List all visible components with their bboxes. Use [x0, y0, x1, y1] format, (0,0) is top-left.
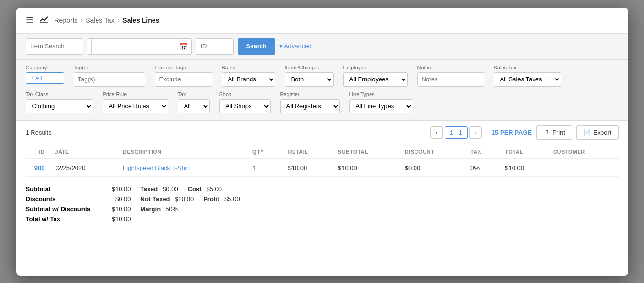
reports-nav-icon: [39, 14, 49, 26]
top-bar: ☰ Reports › Sales Tax › Sales Lines: [16, 8, 628, 34]
filters-section: Category + All Tag(s) Exclude Tags Brand…: [16, 60, 628, 121]
row-subtotal: $10.00: [333, 159, 400, 177]
register-filter: Register All Registers: [280, 91, 340, 113]
table-body: 900 02/25/2020 Lightspeed Black T-Shirt …: [26, 159, 619, 177]
col-subtotal: SUBTOTAL: [333, 145, 400, 159]
breadcrumb-sales-tax[interactable]: Sales Tax: [86, 16, 114, 24]
date-range-input[interactable]: 2020-02-25 to 2020-02-25: [91, 38, 177, 55]
employee-label: Employee: [343, 65, 408, 70]
search-button[interactable]: Search: [238, 38, 275, 55]
brand-filter: Brand All Brands: [222, 65, 275, 87]
items-charges-label: Items/Charges: [285, 65, 334, 70]
breadcrumb-reports[interactable]: Reports: [55, 16, 78, 24]
results-bar: 1 Results ‹ 1 - 1 › 15 PER PAGE 🖨 Print …: [16, 121, 628, 145]
taxed-value: $0.00: [163, 185, 178, 192]
items-charges-select[interactable]: Both Items Charges: [285, 72, 334, 87]
calendar-icon: 📅: [179, 43, 187, 50]
action-buttons: 🖨 Print 📄 Export: [536, 125, 618, 140]
category-filter: Category + All: [26, 65, 64, 84]
hamburger-icon[interactable]: ☰: [26, 15, 33, 25]
total-tax-label: Total w/ Tax: [26, 215, 98, 223]
next-page-button[interactable]: ›: [469, 126, 482, 139]
col-date: DATE: [50, 145, 119, 159]
col-id: ID: [26, 145, 50, 159]
register-label: Register: [280, 91, 340, 97]
item-search-input[interactable]: [26, 38, 83, 55]
profit-label: Profit: [203, 195, 219, 203]
date-range-input-wrap: 2020-02-25 to 2020-02-25 📅: [87, 38, 192, 55]
table-row: 900 02/25/2020 Lightspeed Black T-Shirt …: [26, 159, 619, 177]
row-total: $10.00: [500, 159, 548, 177]
profit-value: $5.00: [224, 195, 240, 203]
col-total: TOTAL: [500, 145, 548, 159]
sales-tax-select[interactable]: All Sales Taxes: [494, 72, 561, 87]
id-input[interactable]: [196, 38, 234, 55]
items-charges-filter: Items/Charges Both Items Charges: [285, 65, 334, 87]
price-rule-filter: Price Rule All Price Rules: [103, 91, 168, 113]
line-types-select[interactable]: All Line Types: [349, 99, 413, 113]
subtotal-value: $10.00: [102, 185, 131, 192]
col-description: DESCRIPTION: [118, 145, 248, 159]
brand-select[interactable]: All Brands: [222, 72, 275, 87]
exclude-input[interactable]: [155, 72, 212, 87]
category-label: Category: [26, 65, 64, 70]
tax-class-filter: Tax Class Clothing All Tax Classes: [26, 91, 93, 113]
pagination: ‹ 1 - 1 ›: [430, 126, 482, 139]
row-description[interactable]: Lightspeed Black T-Shirt: [118, 159, 248, 177]
margin-label: Margin: [141, 205, 161, 213]
line-types-filter: Line Types All Line Types: [349, 91, 413, 113]
advanced-button[interactable]: ▾ Advanced: [279, 43, 312, 50]
discounts-label: Discounts: [26, 195, 98, 203]
print-button[interactable]: 🖨 Print: [536, 125, 572, 140]
chevron-down-icon: ▾: [279, 43, 283, 50]
printer-icon: 🖨: [544, 129, 550, 136]
shop-label: Shop: [219, 91, 271, 97]
col-discount: DISCOUNT: [400, 145, 466, 159]
exclude-tags-label: Exclude Tags: [155, 65, 212, 70]
breadcrumb-current: Sales Lines: [122, 16, 159, 24]
col-customer: CUSTOMER: [548, 145, 618, 159]
data-table: ID DATE DESCRIPTION QTY RETAIL SUBTOTAL …: [26, 145, 619, 177]
margin-value: 50%: [165, 205, 178, 213]
tax-select[interactable]: All: [178, 99, 210, 113]
subtotal-discounts-label: Subtotal w/ Discounts: [26, 205, 98, 213]
employee-select[interactable]: All Employees: [343, 72, 408, 87]
notes-input[interactable]: [417, 72, 484, 87]
register-select[interactable]: All Registers: [280, 99, 340, 113]
filter-row-1: Category + All Tag(s) Exclude Tags Brand…: [26, 65, 619, 87]
col-qty: QTY: [248, 145, 283, 159]
col-tax: TAX: [466, 145, 500, 159]
export-button[interactable]: 📄 Export: [576, 125, 619, 140]
row-date: 02/25/2020: [50, 159, 119, 177]
tax-class-label: Tax Class: [26, 91, 93, 97]
row-id[interactable]: 900: [26, 159, 50, 177]
col-retail: RETAIL: [284, 145, 333, 159]
shop-select[interactable]: All Shops: [219, 99, 271, 113]
subtotal-label: Subtotal: [26, 185, 98, 192]
table-header: ID DATE DESCRIPTION QTY RETAIL SUBTOTAL …: [26, 145, 619, 159]
tags-filter: Tag(s): [74, 65, 145, 87]
brand-label: Brand: [222, 65, 275, 70]
not-taxed-label: Not Taxed: [141, 195, 170, 203]
exclude-tags-filter: Exclude Tags: [155, 65, 212, 87]
not-taxed-value: $10.00: [175, 195, 194, 203]
filter-row-2: Tax Class Clothing All Tax Classes Price…: [26, 91, 619, 113]
tax-filter: Tax All: [178, 91, 210, 113]
tax-label: Tax: [178, 91, 210, 97]
line-types-label: Line Types: [349, 91, 413, 97]
cost-label: Cost: [188, 185, 202, 192]
shop-filter: Shop All Shops: [219, 91, 271, 113]
notes-filter: Notes: [417, 65, 484, 87]
per-page-link[interactable]: 15 PER PAGE: [491, 129, 532, 136]
price-rule-select[interactable]: All Price Rules: [103, 99, 168, 113]
prev-page-button[interactable]: ‹: [430, 126, 443, 139]
row-retail: $10.00: [284, 159, 333, 177]
taxed-label: Taxed: [141, 185, 158, 192]
subtotal-discounts-value: $10.00: [102, 205, 131, 213]
tax-class-select[interactable]: Clothing All Tax Classes: [26, 99, 93, 113]
tags-input[interactable]: [74, 72, 145, 87]
export-icon: 📄: [583, 129, 591, 136]
price-rule-label: Price Rule: [103, 91, 168, 97]
breadcrumb: Reports › Sales Tax › Sales Lines: [55, 16, 160, 24]
category-all-button[interactable]: + All: [26, 72, 64, 84]
